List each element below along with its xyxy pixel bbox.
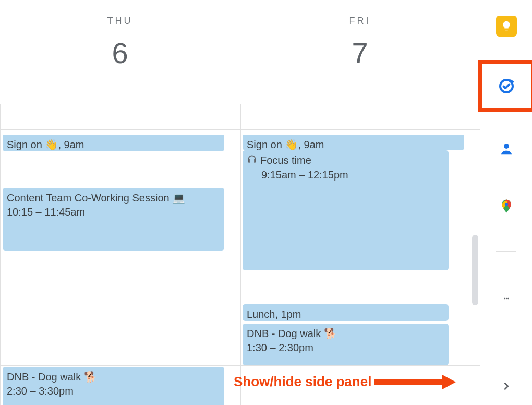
person-icon xyxy=(499,141,514,157)
event-title: DNB - Dog walk 🐕 xyxy=(247,327,444,341)
keep-button[interactable] xyxy=(496,16,517,37)
event-fri-sign-on[interactable]: Sign on 👋, 9am xyxy=(243,135,464,150)
svg-point-4 xyxy=(505,298,507,300)
calendar-grid: THU 6 FRI 7 Sign on 👋, 9am Co xyxy=(0,0,480,405)
addons-button[interactable] xyxy=(496,290,517,311)
event-fri-focus-time[interactable]: Focus time 9:15am – 12:15pm xyxy=(243,150,449,270)
day-header-row: THU 6 FRI 7 xyxy=(0,0,480,104)
svg-point-5 xyxy=(507,298,509,300)
toggle-side-panel-button[interactable] xyxy=(496,376,517,397)
event-fri-lunch[interactable]: Lunch, 1pm xyxy=(243,304,449,321)
day-column-thu[interactable]: Sign on 👋, 9am Content Team Co-Working S… xyxy=(0,104,240,405)
lightbulb-icon xyxy=(501,20,512,32)
event-time: 1:30 – 2:30pm xyxy=(247,341,444,355)
headphones-icon xyxy=(247,154,257,168)
day-number-thu: 6 xyxy=(0,36,240,70)
chevron-right-icon xyxy=(501,380,512,392)
day-of-week-thu: THU xyxy=(0,16,240,27)
event-title: Sign on 👋, 9am xyxy=(7,138,220,151)
event-time: 10:15 – 11:45am xyxy=(7,205,220,219)
event-title: DNB - Dog walk 🐕 xyxy=(7,370,220,384)
event-fri-dnb-dog-walk[interactable]: DNB - Dog walk 🐕 1:30 – 2:30pm xyxy=(243,324,449,365)
event-title: Focus time xyxy=(247,153,444,168)
tasks-icon xyxy=(498,78,515,94)
day-header-thu[interactable]: THU 6 xyxy=(0,0,240,104)
event-title: Lunch, 1pm xyxy=(247,307,444,321)
side-panel-divider xyxy=(496,251,516,252)
event-title: Sign on 👋, 9am xyxy=(247,138,460,150)
event-time: 2:30 – 3:30pm xyxy=(7,384,220,398)
event-thu-dog-walk[interactable]: DNB - Dog walk 🐕 2:30 – 3:30pm xyxy=(3,367,224,405)
day-of-week-fri: FRI xyxy=(240,16,480,27)
svg-point-3 xyxy=(504,298,505,300)
tasks-button[interactable] xyxy=(496,76,517,97)
contacts-button[interactable] xyxy=(496,138,517,159)
event-title: Content Team Co-Working Session 💻 xyxy=(7,191,220,205)
side-panel xyxy=(480,0,532,405)
maps-button[interactable] xyxy=(496,196,517,217)
more-icon xyxy=(499,297,514,303)
svg-point-1 xyxy=(504,144,509,149)
event-time: 9:15am – 12:15pm xyxy=(247,168,444,182)
svg-point-2 xyxy=(504,202,507,206)
event-thu-sign-on[interactable]: Sign on 👋, 9am xyxy=(3,135,224,151)
time-grid[interactable]: Sign on 👋, 9am Content Team Co-Working S… xyxy=(0,104,480,405)
day-number-fri: 7 xyxy=(240,36,480,70)
day-column-fri[interactable]: Sign on 👋, 9am Focus time 9:15am – 12:15… xyxy=(240,104,480,405)
event-thu-coworking[interactable]: Content Team Co-Working Session 💻 10:15 … xyxy=(3,188,224,251)
maps-pin-icon xyxy=(499,198,514,214)
scrollbar-thumb[interactable] xyxy=(472,235,478,305)
day-header-fri[interactable]: FRI 7 xyxy=(240,0,480,104)
